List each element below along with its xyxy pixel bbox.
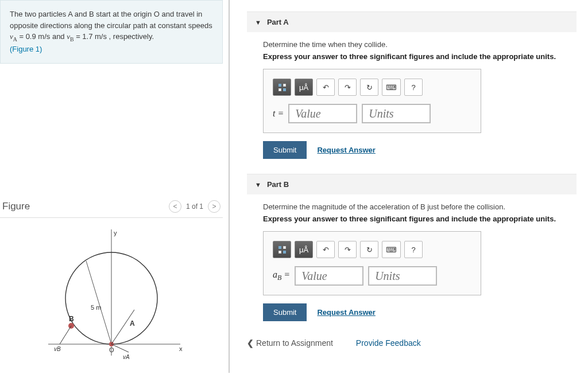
part-b-units-input[interactable] xyxy=(368,266,437,286)
part-a-title: Part A xyxy=(267,18,289,26)
reset-button[interactable]: ↻ xyxy=(360,241,378,258)
part-b-var: aB = xyxy=(273,270,290,282)
caret-down-icon: ▼ xyxy=(255,19,261,26)
right-column: ▼ Part A Determine the time when they co… xyxy=(230,0,588,373)
part-b: ▼ Part B Determine the magnitude of the … xyxy=(247,174,577,325)
redo-button[interactable]: ↷ xyxy=(338,79,357,96)
part-a-units-input[interactable] xyxy=(362,104,431,123)
part-b-request-answer-link[interactable]: Request Answer xyxy=(317,308,375,317)
part-b-instruction: Express your answer to three significant… xyxy=(263,215,572,223)
svg-text:A: A xyxy=(130,319,135,328)
part-b-header[interactable]: ▼ Part B xyxy=(247,174,577,194)
origin-label: O xyxy=(109,346,114,353)
pager-prev-button[interactable]: < xyxy=(169,200,181,213)
part-b-question: Determine the magnitude of the accelerat… xyxy=(263,202,572,211)
problem-statement: The two particles A and B start at the o… xyxy=(0,0,223,64)
part-a-var: t = xyxy=(273,108,284,119)
part-a-instruction: Express your answer to three significant… xyxy=(263,52,572,61)
axis-x-label: x xyxy=(179,345,183,352)
help-button[interactable]: ? xyxy=(404,241,423,258)
redo-button[interactable]: ↷ xyxy=(338,241,357,258)
figure-link[interactable]: (Figure 1) xyxy=(10,45,42,53)
figure-header: Figure < 1 of 1 > xyxy=(0,196,223,218)
part-a-value-input[interactable] xyxy=(288,104,357,123)
figure-diagram: y x 5 m O B vB A vA xyxy=(0,218,223,367)
part-a-question: Determine the time when they collide. xyxy=(263,40,572,49)
part-b-value-input[interactable] xyxy=(295,266,363,286)
answer-toolbar: μÅ ↶ ↷ ↻ ⌨ ? xyxy=(273,241,471,258)
return-to-assignment-link[interactable]: ❮Return to Assignment xyxy=(247,338,333,348)
radius-label: 5 m xyxy=(91,304,101,311)
undo-button[interactable]: ↶ xyxy=(316,79,335,96)
svg-text:B: B xyxy=(69,315,74,323)
templates-button[interactable] xyxy=(273,241,291,258)
footer-links: ❮Return to Assignment Provide Feedback xyxy=(247,338,577,348)
svg-text:vA: vA xyxy=(123,354,130,360)
keyboard-button[interactable]: ⌨ xyxy=(382,79,401,96)
figure-title: Figure xyxy=(2,201,30,212)
special-chars-button[interactable]: μÅ xyxy=(295,79,313,96)
part-a-request-answer-link[interactable]: Request Answer xyxy=(317,146,375,154)
left-column: The two particles A and B start at the o… xyxy=(0,0,230,373)
special-chars-button[interactable]: μÅ xyxy=(295,241,313,258)
axis-y-label: y xyxy=(114,229,117,236)
part-a-header[interactable]: ▼ Part A xyxy=(247,11,577,32)
reset-button[interactable]: ↻ xyxy=(360,79,378,96)
part-b-title: Part B xyxy=(267,180,289,189)
provide-feedback-link[interactable]: Provide Feedback xyxy=(356,338,421,348)
undo-button[interactable]: ↶ xyxy=(316,241,335,258)
answer-toolbar: μÅ ↶ ↷ ↻ ⌨ ? xyxy=(273,79,471,96)
chevron-left-icon: ❮ xyxy=(247,338,254,348)
svg-line-7 xyxy=(60,326,71,344)
part-a-submit-button[interactable]: Submit xyxy=(263,141,307,159)
problem-text: The two particles A and B start at the o… xyxy=(10,10,212,30)
svg-text:vB: vB xyxy=(54,346,61,352)
caret-down-icon: ▼ xyxy=(255,181,261,188)
part-a-answer-panel: μÅ ↶ ↷ ↻ ⌨ ? t = xyxy=(263,69,481,133)
keyboard-button[interactable]: ⌨ xyxy=(382,241,401,258)
pager-next-button[interactable]: > xyxy=(208,200,220,213)
svg-line-3 xyxy=(86,261,111,344)
part-a: ▼ Part A Determine the time when they co… xyxy=(247,11,577,162)
pager-text: 1 of 1 xyxy=(186,202,203,211)
templates-button[interactable] xyxy=(273,79,291,96)
part-b-submit-button[interactable]: Submit xyxy=(263,303,307,321)
help-button[interactable]: ? xyxy=(404,79,423,96)
part-b-answer-panel: μÅ ↶ ↷ ↻ ⌨ ? aB = xyxy=(263,231,481,295)
figure-pager: < 1 of 1 > xyxy=(169,200,220,213)
